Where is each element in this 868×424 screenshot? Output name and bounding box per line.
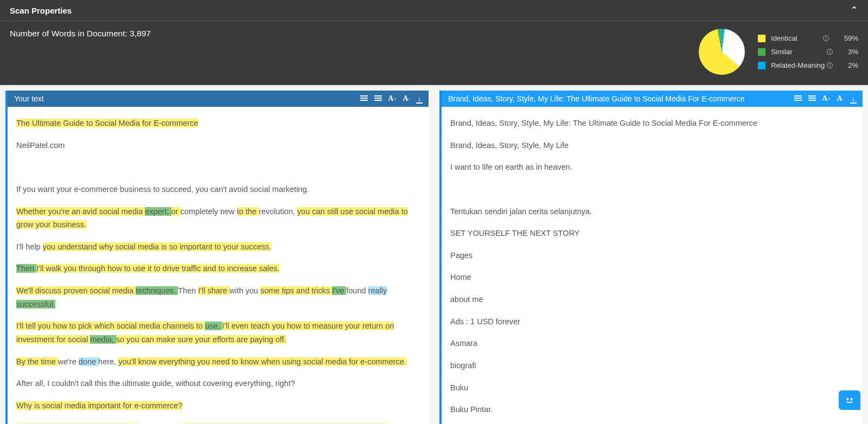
align-right-icon[interactable]: [373, 94, 383, 104]
info-icon[interactable]: i: [823, 35, 829, 41]
svg-point-1: [851, 399, 852, 400]
source-line: Tentukan sendiri jalan cerita selanjutny…: [450, 205, 854, 219]
text-paragraph: I'll help you understand why social medi…: [16, 240, 420, 254]
your-text-body: The Ultimate Guide to Social Media for E…: [8, 107, 429, 424]
source-body: Brand, Ideas, Story, Style, My Life: The…: [442, 107, 863, 424]
source-line: [450, 183, 854, 196]
match-pie-chart: [699, 29, 745, 75]
your-text-title: Your text: [14, 94, 44, 103]
text-paragraph: By the time we're done here, you'll know…: [16, 355, 420, 369]
text-paragraph: If you want your e-commerce business to …: [16, 183, 420, 196]
text-span: After all, I couldn't call this the ulti…: [16, 379, 295, 388]
align-left-icon[interactable]: [359, 94, 369, 104]
highlight-span[interactable]: I'll share: [198, 286, 229, 295]
text-paragraph: Then I'll walk you through how to use it…: [16, 262, 420, 275]
highlight-span[interactable]: Then: [16, 264, 36, 273]
text-paragraph: Although search traffic is making a come…: [16, 421, 420, 424]
font-decrease-icon[interactable]: A-: [835, 94, 845, 104]
text-paragraph: NeilPatel.com: [16, 139, 420, 152]
text-span: found: [346, 286, 368, 295]
source-line: Buku: [450, 381, 854, 395]
source-line: Asmara: [450, 337, 854, 350]
highlight-span[interactable]: expert,: [145, 207, 171, 216]
font-increase-icon[interactable]: A+: [387, 94, 397, 104]
source-panel: Brand, Ideas, Story, Style, My Life: The…: [439, 91, 863, 424]
swatch-related: [758, 62, 765, 69]
source-line: SET YOURSELF THE NEXT STORY: [450, 227, 854, 240]
text-span: Then: [178, 286, 198, 295]
text-paragraph: Whether you're an avid social media expe…: [16, 205, 420, 232]
text-span: I'll help: [16, 242, 43, 251]
text-paragraph: The Ultimate Guide to Social Media for E…: [16, 117, 420, 130]
highlight-span[interactable]: media,: [90, 335, 116, 344]
right-toolbar: A+ A-: [793, 94, 857, 104]
text-paragraph: [16, 160, 420, 174]
word-count-label: Number of Words in Document: 3,897: [10, 29, 151, 38]
scan-properties-header: Scan Properties ⌃ Number of Words in Doc…: [0, 0, 868, 85]
highlight-span[interactable]: successful.: [16, 300, 55, 309]
font-increase-icon[interactable]: A+: [821, 94, 831, 104]
text-paragraph: We'll discuss proven social media techni…: [16, 284, 420, 311]
swatch-similar: [758, 48, 765, 56]
text-paragraph: I'll tell you how to pick which social m…: [16, 319, 420, 346]
source-line: Brand, Ideas, Story, Style, My Life: The…: [450, 117, 854, 130]
scan-properties-title: Scan Properties: [10, 6, 72, 15]
text-span: NeilPatel.com: [16, 141, 65, 150]
text-span: completely new: [181, 207, 237, 216]
highlight-span[interactable]: By the time: [16, 357, 58, 366]
svg-point-0: [847, 399, 848, 400]
highlight-span[interactable]: or: [171, 207, 181, 216]
legend-related: Related-Meaning i 2%: [758, 61, 858, 69]
download-icon[interactable]: [416, 94, 423, 104]
legend-identical: Identical i 59%: [758, 34, 858, 42]
chat-bubble-icon[interactable]: [839, 390, 860, 410]
highlight-span[interactable]: done: [79, 357, 98, 366]
text-span: revolution,: [259, 207, 297, 216]
download-icon[interactable]: [850, 94, 857, 104]
left-toolbar: A+ A-: [359, 94, 423, 104]
your-text-panel: Your text A+ A- The Ultimate Guide to So…: [5, 91, 429, 424]
source-title: Brand, Ideas, Story, Style, My Life: The…: [448, 94, 744, 103]
highlight-span[interactable]: so you can make sure your efforts are pa…: [116, 335, 286, 344]
source-line: Ads : 1 USD forever: [450, 315, 854, 329]
highlight-span[interactable]: Why is social media important for e-comm…: [16, 401, 182, 410]
font-decrease-icon[interactable]: A-: [401, 94, 411, 104]
source-line: about me: [450, 293, 854, 306]
source-line: Buku Pintar.: [450, 403, 854, 416]
source-line: Brand, Ideas, Story, Style, My Life: [450, 139, 854, 152]
highlight-span[interactable]: really: [368, 286, 387, 295]
highlight-span[interactable]: We'll discuss proven social media: [16, 286, 136, 295]
highlight-span[interactable]: I'll walk you through how to use it to d…: [36, 264, 279, 273]
align-right-icon[interactable]: [807, 94, 817, 104]
source-line: Pages: [450, 249, 854, 262]
highlight-span[interactable]: you understand why social media is so im…: [43, 242, 272, 251]
highlight-span[interactable]: techniques.: [136, 286, 178, 295]
legend-similar: Similar i 3%: [758, 48, 858, 56]
legend: Identical i 59% Similar i 3% Related-Mea…: [758, 34, 858, 69]
highlight-span[interactable]: to the: [237, 207, 259, 216]
text-paragraph: After all, I couldn't call this the ulti…: [16, 377, 420, 390]
source-line: biografi: [450, 359, 854, 372]
highlight-span[interactable]: I'll tell you how to pick which social m…: [16, 322, 205, 330]
swatch-identical: [758, 35, 765, 42]
highlight-span[interactable]: you'll know everything you need to know …: [118, 357, 406, 366]
text-paragraph: Why is social media important for e-comm…: [16, 399, 420, 413]
source-line: I want to life on earth as in heaven.: [450, 160, 854, 174]
text-span: If you want your e-commerce business to …: [16, 185, 309, 194]
text-span: we're: [58, 357, 79, 366]
collapse-icon[interactable]: ⌃: [850, 4, 858, 16]
highlight-span[interactable]: use.: [205, 322, 222, 330]
highlight-span[interactable]: some tips and tricks: [260, 286, 332, 295]
info-icon[interactable]: i: [827, 62, 833, 68]
source-line: Home: [450, 271, 854, 284]
text-span: here,: [98, 357, 118, 366]
highlight-span[interactable]: I've: [332, 286, 346, 295]
stats-block: Identical i 59% Similar i 3% Related-Mea…: [699, 29, 858, 75]
highlight-span[interactable]: Whether you're an avid social media: [16, 207, 145, 216]
align-left-icon[interactable]: [793, 94, 803, 104]
text-span: with you: [229, 286, 260, 295]
highlight-span[interactable]: The Ultimate Guide to Social Media for E…: [16, 119, 198, 127]
info-icon[interactable]: i: [827, 49, 833, 55]
